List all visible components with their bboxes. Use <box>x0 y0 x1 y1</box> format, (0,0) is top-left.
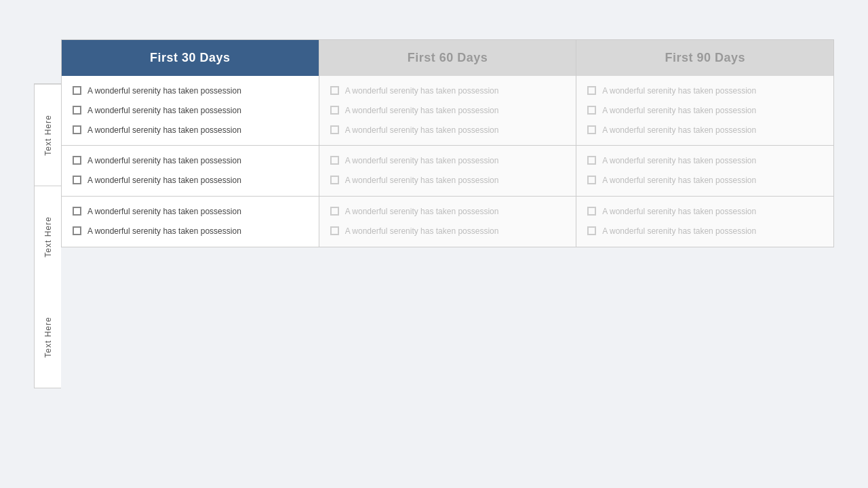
checkbox-item-r3-c2-i2[interactable]: A wonderful serenity has taken possessio… <box>330 226 566 237</box>
checkbox-icon[interactable] <box>73 176 81 184</box>
checkbox-icon[interactable] <box>587 86 596 95</box>
col-header-col-30: First 30 Days <box>62 40 319 76</box>
checkbox-icon[interactable] <box>330 176 339 184</box>
cell-r1-c2: A wonderful serenity has taken possessio… <box>319 76 576 145</box>
sidebar-label-1: Text Here <box>35 84 61 186</box>
checkbox-icon[interactable] <box>587 176 596 184</box>
checkbox-item-r1-c2-i3[interactable]: A wonderful serenity has taken possessio… <box>330 125 566 136</box>
checkbox-item-r3-c3-i1[interactable]: A wonderful serenity has taken possessio… <box>587 206 823 218</box>
checkbox-item-r2-c2-i1[interactable]: A wonderful serenity has taken possessio… <box>330 155 566 167</box>
checkbox-item-r3-c1-i2[interactable]: A wonderful serenity has taken possessio… <box>73 226 308 237</box>
sidebar-label-2: Text Here <box>35 186 61 287</box>
cell-r1-c1: A wonderful serenity has taken possessio… <box>62 76 319 145</box>
cell-r1-c3: A wonderful serenity has taken possessio… <box>576 76 833 145</box>
checkbox-icon[interactable] <box>330 86 339 95</box>
checkbox-icon[interactable] <box>330 207 339 216</box>
checkbox-item-r3-c2-i1[interactable]: A wonderful serenity has taken possessio… <box>330 206 566 218</box>
checkbox-icon[interactable] <box>587 156 596 165</box>
checkbox-icon[interactable] <box>73 156 81 165</box>
checkbox-icon[interactable] <box>73 125 81 134</box>
checkbox-text: A wonderful serenity has taken possessio… <box>345 155 499 167</box>
cell-r3-c1: A wonderful serenity has taken possessio… <box>62 196 319 247</box>
checkbox-icon[interactable] <box>587 207 596 216</box>
data-col-col-30: A wonderful serenity has taken possessio… <box>62 76 319 247</box>
checkbox-icon[interactable] <box>330 106 339 115</box>
checkbox-item-r2-c1-i2[interactable]: A wonderful serenity has taken possessio… <box>73 175 308 186</box>
checkbox-text: A wonderful serenity has taken possessio… <box>602 155 756 167</box>
col-header-col-60: First 60 Days <box>319 40 577 76</box>
checkbox-item-r3-c3-i2[interactable]: A wonderful serenity has taken possessio… <box>587 226 823 237</box>
cell-r2-c3: A wonderful serenity has taken possessio… <box>576 145 833 196</box>
right-content: First 30 DaysFirst 60 DaysFirst 90 Days … <box>61 39 834 247</box>
checkbox-text: A wonderful serenity has taken possessio… <box>345 206 499 218</box>
sidebar-label-3: Text Here <box>35 287 61 388</box>
checkbox-text: A wonderful serenity has taken possessio… <box>345 175 499 186</box>
checkbox-text: A wonderful serenity has taken possessio… <box>345 85 499 97</box>
checkbox-text: A wonderful serenity has taken possessio… <box>602 175 756 186</box>
checkbox-icon[interactable] <box>73 207 81 216</box>
checkbox-item-r2-c3-i2[interactable]: A wonderful serenity has taken possessio… <box>587 175 823 186</box>
checkbox-item-r1-c3-i1[interactable]: A wonderful serenity has taken possessio… <box>587 85 823 97</box>
checkbox-item-r2-c2-i2[interactable]: A wonderful serenity has taken possessio… <box>330 175 566 186</box>
checkbox-icon[interactable] <box>330 156 339 165</box>
checkbox-text: A wonderful serenity has taken possessio… <box>87 175 241 186</box>
checkbox-text: A wonderful serenity has taken possessio… <box>87 226 241 237</box>
checkbox-item-r1-c1-i3[interactable]: A wonderful serenity has taken possessio… <box>73 125 308 136</box>
checkbox-item-r2-c3-i1[interactable]: A wonderful serenity has taken possessio… <box>587 155 823 167</box>
checkbox-icon[interactable] <box>73 226 81 235</box>
cell-r2-c2: A wonderful serenity has taken possessio… <box>319 145 576 196</box>
checkbox-icon[interactable] <box>73 86 81 95</box>
checkbox-text: A wonderful serenity has taken possessio… <box>602 206 756 218</box>
checkbox-text: A wonderful serenity has taken possessio… <box>87 85 241 97</box>
checkbox-item-r1-c3-i2[interactable]: A wonderful serenity has taken possessio… <box>587 105 823 117</box>
checkbox-item-r1-c1-i2[interactable]: A wonderful serenity has taken possessio… <box>73 105 308 117</box>
checkbox-text: A wonderful serenity has taken possessio… <box>602 105 756 117</box>
data-col-col-90: A wonderful serenity has taken possessio… <box>576 76 833 247</box>
checkbox-text: A wonderful serenity has taken possessio… <box>602 85 756 97</box>
col-header-col-90: First 90 Days <box>576 40 833 76</box>
cell-r2-c1: A wonderful serenity has taken possessio… <box>62 145 319 196</box>
checkbox-icon[interactable] <box>73 106 81 115</box>
checkbox-item-r1-c2-i1[interactable]: A wonderful serenity has taken possessio… <box>330 85 566 97</box>
data-col-col-60: A wonderful serenity has taken possessio… <box>319 76 577 247</box>
checkbox-text: A wonderful serenity has taken possessio… <box>87 105 241 117</box>
sidebar-labels: Text HereText HereText Here <box>34 83 61 388</box>
checkbox-text: A wonderful serenity has taken possessio… <box>345 226 499 237</box>
data-area: A wonderful serenity has taken possessio… <box>61 76 834 247</box>
column-headers-row: First 30 DaysFirst 60 DaysFirst 90 Days <box>61 39 834 76</box>
checkbox-text: A wonderful serenity has taken possessio… <box>87 125 241 136</box>
checkbox-item-r1-c3-i3[interactable]: A wonderful serenity has taken possessio… <box>587 125 823 136</box>
checkbox-item-r1-c1-i1[interactable]: A wonderful serenity has taken possessio… <box>73 85 308 97</box>
header <box>0 0 868 26</box>
checkbox-icon[interactable] <box>330 226 339 235</box>
checkbox-text: A wonderful serenity has taken possessio… <box>87 206 241 218</box>
checkbox-icon[interactable] <box>587 125 596 134</box>
checkbox-icon[interactable] <box>330 125 339 134</box>
main-content: Text HereText HereText Here First 30 Day… <box>0 26 868 439</box>
cell-r3-c3: A wonderful serenity has taken possessio… <box>576 196 833 247</box>
checkbox-item-r2-c1-i1[interactable]: A wonderful serenity has taken possessio… <box>73 155 308 167</box>
cell-r3-c2: A wonderful serenity has taken possessio… <box>319 196 576 247</box>
checkbox-icon[interactable] <box>587 226 596 235</box>
checkbox-text: A wonderful serenity has taken possessio… <box>602 125 756 136</box>
checkbox-text: A wonderful serenity has taken possessio… <box>87 155 241 167</box>
checkbox-text: A wonderful serenity has taken possessio… <box>345 105 499 117</box>
checkbox-text: A wonderful serenity has taken possessio… <box>345 125 499 136</box>
checkbox-item-r3-c1-i1[interactable]: A wonderful serenity has taken possessio… <box>73 206 308 218</box>
checkbox-item-r1-c2-i2[interactable]: A wonderful serenity has taken possessio… <box>330 105 566 117</box>
page: Text HereText HereText Here First 30 Day… <box>0 0 868 488</box>
checkbox-icon[interactable] <box>587 106 596 115</box>
checkbox-text: A wonderful serenity has taken possessio… <box>602 226 756 237</box>
